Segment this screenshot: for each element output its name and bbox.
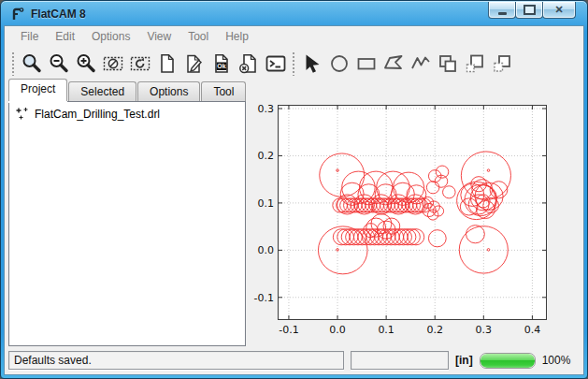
close-button[interactable]: ✕ — [542, 2, 576, 19]
x-tick-label: 0.1 — [378, 324, 394, 336]
window-content: File Edit Options View Tool Help — [5, 26, 583, 374]
x-tick-label: 0.4 — [524, 324, 541, 336]
select-tool-button[interactable] — [298, 51, 325, 77]
units-indicator: [in] — [455, 354, 473, 367]
minimize-button[interactable] — [488, 2, 516, 19]
toolbar: Ok — [5, 46, 583, 80]
progress-percent-label: 100% — [542, 354, 571, 367]
zoom-in-button[interactable] — [72, 51, 99, 77]
draw-circle-button[interactable] — [325, 51, 352, 77]
zoom-fit-button[interactable] — [18, 51, 45, 77]
menu-view[interactable]: View — [138, 28, 179, 45]
geometry-intersect-button[interactable] — [488, 51, 515, 77]
minimize-icon — [498, 12, 507, 15]
status-message-panel: Defaults saved. — [8, 351, 344, 370]
replot-button[interactable] — [126, 51, 153, 77]
drill-hole — [428, 230, 446, 247]
progress-bar — [480, 353, 536, 369]
draw-polyline-button[interactable] — [407, 51, 434, 77]
polyline-tool-icon — [409, 52, 432, 75]
open-project-icon — [183, 52, 206, 75]
menu-edit[interactable]: Edit — [47, 28, 83, 45]
menu-options[interactable]: Options — [83, 28, 138, 45]
app-window: FlatCAM 8 ✕ File Edit Options View Tool … — [0, 0, 588, 379]
zoom-fit-icon — [21, 52, 43, 75]
window-title: FlatCAM 8 — [31, 7, 86, 21]
maximize-button[interactable] — [515, 2, 543, 19]
maximize-icon — [523, 5, 536, 15]
svg-text:Ok: Ok — [217, 63, 225, 69]
drill-object-icon — [15, 107, 30, 122]
progress-fill — [480, 354, 535, 368]
circle-tool-icon — [328, 52, 351, 75]
menu-help[interactable]: Help — [217, 28, 257, 45]
toolbar-drag-handle[interactable] — [11, 51, 15, 76]
geometry-subtract-button[interactable] — [461, 51, 488, 77]
tree-item-label: FlatCam_Drilling_Test.drl — [35, 108, 160, 121]
delete-object-button[interactable] — [235, 51, 262, 77]
x-tick-label: 0.2 — [426, 324, 443, 336]
plot-canvas[interactable]: -0.10.00.10.20.30.4-0.10.00.10.20.3 — [246, 80, 583, 346]
main-area: Project Selected Options Tool FlatCam_Dr… — [5, 80, 583, 346]
polygon-tool-icon — [382, 52, 405, 75]
draw-polygon-button[interactable] — [380, 51, 407, 77]
left-column: Project Selected Options Tool FlatCam_Dr… — [8, 80, 246, 346]
open-project-button[interactable] — [180, 51, 208, 77]
tab-tool[interactable]: Tool — [201, 81, 246, 101]
menu-tool[interactable]: Tool — [179, 28, 217, 45]
app-logo-icon — [10, 7, 25, 22]
tab-bar: Project Selected Options Tool — [8, 80, 246, 101]
close-icon: ✕ — [554, 5, 563, 15]
plot-axes — [278, 105, 547, 320]
x-tick-label: 0.0 — [329, 324, 346, 336]
statusbar: Defaults saved. [in] 100% — [5, 346, 583, 374]
delete-object-icon — [237, 52, 260, 75]
clear-plot-button[interactable] — [99, 51, 126, 77]
new-project-button[interactable] — [153, 51, 180, 77]
resize-grip-icon[interactable] — [577, 360, 578, 372]
tab-options[interactable]: Options — [137, 81, 200, 101]
menubar: File Edit Options View Tool Help — [5, 26, 583, 46]
zoom-out-button[interactable] — [45, 51, 72, 77]
drill-hole — [461, 152, 510, 199]
zoom-out-icon — [48, 52, 70, 75]
subtract-tool-icon — [464, 52, 486, 75]
y-tick-label: 0.3 — [246, 103, 274, 115]
drill-hole — [483, 197, 499, 212]
titlebar[interactable]: FlatCAM 8 ✕ — [1, 1, 587, 26]
y-tick-label: 0.1 — [246, 197, 274, 209]
drill-hole — [366, 218, 386, 237]
tree-item-drill-object[interactable]: FlatCam_Drilling_Test.drl — [9, 102, 245, 124]
y-tick-label: -0.1 — [246, 291, 274, 303]
project-tree-panel[interactable]: FlatCam_Drilling_Test.drl — [8, 101, 246, 346]
drill-hole — [443, 186, 456, 198]
drill-plot — [279, 106, 546, 319]
clear-plot-icon — [102, 52, 124, 75]
union-tool-icon — [437, 52, 459, 75]
select-cursor-icon — [301, 52, 323, 75]
draw-rectangle-button[interactable] — [352, 51, 380, 77]
command-line-icon — [265, 52, 287, 75]
drill-hole — [487, 169, 490, 172]
tab-project[interactable]: Project — [8, 79, 67, 101]
replot-icon — [129, 52, 151, 75]
new-project-icon — [156, 52, 179, 75]
window-controls: ✕ — [489, 2, 576, 19]
save-project-button[interactable]: Ok — [208, 51, 235, 77]
command-line-button[interactable] — [262, 51, 289, 77]
geometry-union-button[interactable] — [434, 51, 461, 77]
drill-hole — [487, 249, 490, 252]
toolbar-drag-handle[interactable] — [292, 51, 295, 76]
tab-selected[interactable]: Selected — [68, 81, 136, 101]
x-tick-label: -0.1 — [279, 324, 298, 336]
y-tick-label: 0.0 — [246, 244, 274, 256]
y-tick-label: 0.2 — [246, 150, 274, 162]
status-secondary-panel — [351, 351, 449, 370]
menu-file[interactable]: File — [12, 28, 47, 45]
zoom-in-icon — [75, 52, 97, 75]
status-message: Defaults saved. — [14, 354, 92, 367]
rectangle-tool-icon — [355, 52, 378, 75]
intersect-tool-icon — [491, 52, 513, 75]
drill-hole — [426, 182, 439, 194]
save-project-icon: Ok — [210, 52, 233, 75]
